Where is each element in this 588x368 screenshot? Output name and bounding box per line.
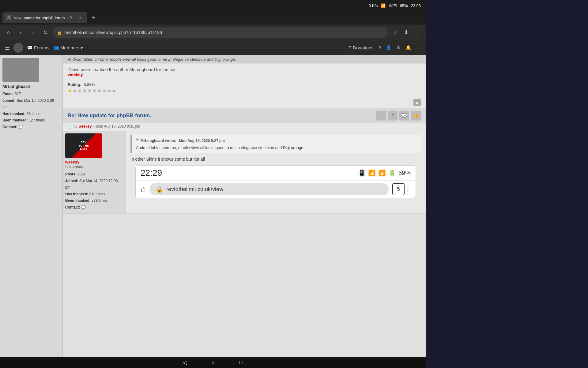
has-thanked-value-1: 66 times xyxy=(27,112,40,116)
forums-label: Forums xyxy=(34,45,50,50)
phone-menu-button[interactable]: ⋮ xyxy=(405,185,411,193)
thanked-user[interactable]: weeksy xyxy=(68,72,83,77)
contact-label-1: Contact: xyxy=(2,124,17,131)
download-button[interactable]: ⬇ xyxy=(401,28,411,37)
star-10: ★ xyxy=(112,88,116,94)
post2-body: ❝ MrLongbeard wrote: ↑Mon Aug 10, 2020 9… xyxy=(126,131,426,213)
forum-icon: 💬 xyxy=(27,45,33,51)
star-6: ★ xyxy=(92,88,96,94)
scroll-top-button[interactable]: ▲ xyxy=(413,99,421,106)
donations-icon: P xyxy=(349,45,352,50)
contact-icon-1[interactable]: 💬 xyxy=(19,124,23,131)
phone-battery-pct: 59% xyxy=(398,170,411,177)
phone-status-icons: 📳 📶 📶 🔋 59% xyxy=(358,169,411,177)
stars-container: ★ ★ ★ ★ ★ ★ ★ ★ ★ ★ xyxy=(68,88,421,94)
main-content: MrLongbeard Posts: 317 Joined: Sun Mar 1… xyxy=(0,55,426,357)
post-area: Android tablet, chrome, mobile view all … xyxy=(63,55,426,357)
android-recents-button[interactable]: □ xyxy=(239,359,243,366)
url-text: revtothelimit.co.uk/viewtopic.php?p=1518… xyxy=(64,30,162,35)
quote-mark: ❝ xyxy=(136,138,139,144)
signal-icon: 📶 xyxy=(381,3,386,8)
pm-icon[interactable]: ✉ xyxy=(397,45,401,51)
help-icon[interactable]: ? xyxy=(379,45,381,50)
forums-nav-link[interactable]: 💬 Forums xyxy=(27,45,50,51)
post2-author[interactable]: weeksy xyxy=(79,124,92,128)
members-label: Members xyxy=(60,45,80,50)
members-dropdown-icon: ▾ xyxy=(81,45,83,51)
been-thanked-label-1: Been thanked: xyxy=(2,118,28,122)
hamburger-icon[interactable]: ☰ xyxy=(5,44,10,51)
post2-content: REVTO THELIMIT weeksy Site Admin Posts: … xyxy=(63,131,426,213)
posts-label-2: Posts: xyxy=(65,172,77,176)
notifications-icon[interactable]: 🔔 xyxy=(405,45,411,51)
donations-label: Donations xyxy=(353,45,374,50)
phone-address-bar[interactable]: 🔒 revtothelimit.co.uk/view xyxy=(149,183,389,195)
posts-value-1: 317 xyxy=(15,92,21,96)
user1-avatar xyxy=(2,58,39,82)
android-nav-bar: ◁ ○ □ xyxy=(0,357,426,368)
tab-bar: R New update for phpBB forum. - P... × + xyxy=(0,11,426,25)
phone-signal-icon: 📶 xyxy=(378,169,386,177)
thanks-text: These users thanked the author MrLongbea… xyxy=(68,67,179,72)
like-button[interactable]: 👍 xyxy=(411,111,421,121)
user2-name: weeksy xyxy=(65,160,123,164)
android-home-button[interactable]: ○ xyxy=(212,359,215,366)
phone-vibrate-icon: 📳 xyxy=(358,169,366,177)
logout-icon[interactable]: → xyxy=(416,45,421,50)
user1-name: MrLongbeard xyxy=(2,84,60,89)
active-tab[interactable]: R New update for phpBB forum. - P... × xyxy=(2,12,87,23)
star-1: ★ xyxy=(68,88,72,94)
profile-icon[interactable]: 👤 xyxy=(386,45,392,51)
quote-block: ❝ MrLongbeard wrote: ↑Mon Aug 10, 2020 9… xyxy=(130,135,421,153)
new-tab-button[interactable]: + xyxy=(89,13,98,23)
phone-wifi-icon: 📶 xyxy=(368,169,376,177)
joined-label-2: Joined: xyxy=(65,179,78,183)
time-display: 23:03 xyxy=(411,3,421,8)
contact-row-1: Contact: 💬 xyxy=(2,124,60,131)
quote-button[interactable]: ❝ xyxy=(388,111,398,121)
members-nav-link[interactable]: 👥 Members ▾ xyxy=(53,45,83,51)
quote-attribution: MrLongbeard wrote: ↑Mon Aug 10, 2020 9:2… xyxy=(141,139,225,143)
wifi-icon: WiFi xyxy=(389,3,397,8)
star-2: ★ xyxy=(73,88,77,94)
phone-nav-bar: ⌂ 🔒 revtothelimit.co.uk/view 5 ⋮ xyxy=(136,181,416,198)
report-button[interactable]: ! xyxy=(376,111,386,121)
post2-title: Re: New update for phpBB forum. xyxy=(68,113,151,119)
home-button[interactable]: ⌂ xyxy=(4,28,13,37)
phone-status-bar: 22:29 📳 📶 📶 🔋 59% xyxy=(136,166,416,181)
donations-link[interactable]: P Donations xyxy=(349,45,374,50)
star-button[interactable]: ☆ xyxy=(390,28,400,37)
scroll-to-top: ▲ xyxy=(63,97,426,108)
post1-sidebar: MrLongbeard Posts: 317 Joined: Sun Mar 1… xyxy=(0,55,63,357)
post1-section: Android tablet, chrome, mobile view all … xyxy=(63,55,426,108)
phone-tab-button[interactable]: 5 xyxy=(392,183,405,195)
status-bar: 0 K/s 📶 WiFi 65% 23:03 xyxy=(0,0,426,11)
contact-icon-2[interactable]: 💬 xyxy=(81,204,86,211)
phone-screenshot: 22:29 📳 📶 📶 🔋 59% ⌂ xyxy=(135,165,416,198)
phone-home-button[interactable]: ⌂ xyxy=(141,184,146,194)
been-thanked-label-2: Been thanked: xyxy=(65,198,91,203)
contact-label-2: Contact: xyxy=(65,204,80,211)
post2-actions: ! ❝ 💬 👍 xyxy=(376,111,421,121)
post1-header-strip: Android tablet, chrome, mobile view all … xyxy=(63,55,426,63)
user1-meta: Posts: 317 Joined: Sun Mar 15, 2020 2:06… xyxy=(2,91,60,131)
post1-rating: Rating: 5.88% ★ ★ ★ ★ ★ ★ ★ ★ ★ ★ xyxy=(63,79,426,97)
has-thanked-value-2: 618 times xyxy=(89,192,105,196)
lock-icon: 🔒 xyxy=(57,30,62,35)
android-back-button[interactable]: ◁ xyxy=(183,359,187,366)
post2-by: by xyxy=(74,124,77,128)
tab-close-button[interactable]: × xyxy=(77,15,84,21)
more-button[interactable]: ⋮ xyxy=(412,28,422,37)
refresh-button[interactable]: ↻ xyxy=(40,28,50,37)
reply-button[interactable]: 💬 xyxy=(399,111,409,121)
has-thanked-label-1: Has thanked: xyxy=(2,112,25,116)
back-button[interactable]: ‹ xyxy=(16,28,26,37)
tab-title: New update for phpBB forum. - P... xyxy=(13,16,75,20)
forward-button[interactable]: › xyxy=(28,28,38,37)
nav-right-icons: ☆ ⬇ ⋮ xyxy=(390,28,422,37)
address-bar[interactable]: 🔒 revtothelimit.co.uk/viewtopic.php?p=15… xyxy=(53,27,388,38)
rating-label: Rating: xyxy=(68,82,81,87)
star-5: ★ xyxy=(87,88,92,94)
phone-time: 22:29 xyxy=(141,168,162,178)
forum-nav: ☰ 💬 Forums 👥 Members ▾ P Donations ? 👤 ✉… xyxy=(0,40,426,55)
